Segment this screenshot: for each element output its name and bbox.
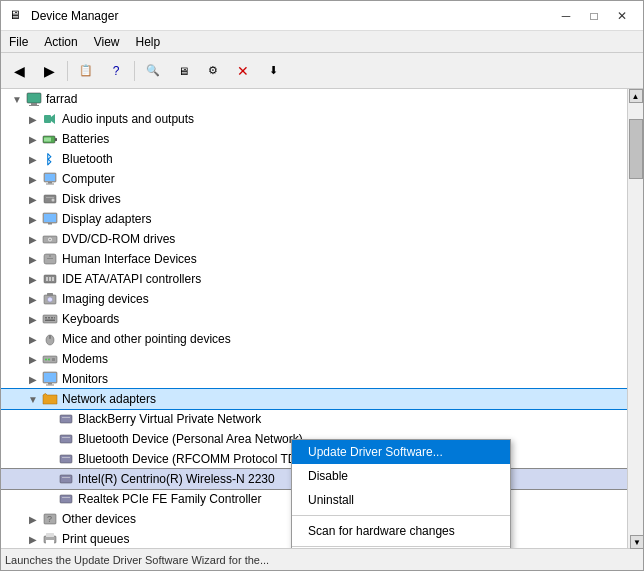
tree-item-network[interactable]: ▼ Network adapters xyxy=(1,389,627,409)
tree-item-imaging[interactable]: ▶ Imaging devices xyxy=(1,289,627,309)
tree-item-display[interactable]: ▶ Display adapters xyxy=(1,209,627,229)
network-label: Network adapters xyxy=(62,392,156,406)
imaging-icon xyxy=(41,290,59,308)
svg-rect-33 xyxy=(45,317,47,319)
tree-item-ide[interactable]: ▶ IDE ATA/ATAPI controllers xyxy=(1,269,627,289)
expand-icon-hid: ▶ xyxy=(25,254,41,265)
window-title: Device Manager xyxy=(31,9,118,23)
tree-item-hid[interactable]: ▶ Human Interface Devices xyxy=(1,249,627,269)
svg-rect-49 xyxy=(60,415,72,423)
hid-label: Human Interface Devices xyxy=(62,252,197,266)
svg-rect-6 xyxy=(55,138,57,141)
svg-rect-48 xyxy=(46,385,54,386)
svg-rect-32 xyxy=(43,315,57,323)
app-icon: 🖥 xyxy=(9,8,25,24)
svg-rect-58 xyxy=(62,497,70,498)
svg-rect-24 xyxy=(47,258,53,259)
tree-item-dvd[interactable]: ▶ DVD/CD-ROM drives xyxy=(1,229,627,249)
scroll-up-button[interactable]: ▲ xyxy=(629,89,643,103)
expand-icon-batteries: ▶ xyxy=(25,134,41,145)
svg-rect-28 xyxy=(52,277,54,281)
scrollbar[interactable]: ▲ ▼ xyxy=(627,89,643,548)
title-bar-left: 🖥 Device Manager xyxy=(9,8,118,24)
tree-item-monitors[interactable]: ▶ Monitors xyxy=(1,369,627,389)
btrfcomm-label: Bluetooth Device (RFCOMM Protocol TDI) xyxy=(78,452,304,466)
svg-rect-54 xyxy=(62,457,70,458)
ctx-disable[interactable]: Disable xyxy=(292,464,510,488)
svg-rect-2 xyxy=(29,105,39,106)
netcard-blackberry-icon xyxy=(57,410,75,428)
maximize-button[interactable]: □ xyxy=(581,6,607,26)
other-icon: ? xyxy=(41,510,59,528)
ctx-uninstall[interactable]: Uninstall xyxy=(292,488,510,512)
svg-rect-34 xyxy=(48,317,50,319)
device-tree[interactable]: ▼ farrad ▶ Audio inputs and outputs ▶ xyxy=(1,89,627,548)
svg-point-42 xyxy=(45,359,47,361)
tree-item-bluetooth[interactable]: ▶ ᛒ Bluetooth xyxy=(1,149,627,169)
svg-rect-27 xyxy=(49,277,51,281)
help-button[interactable]: ? xyxy=(102,57,130,85)
svg-point-23 xyxy=(49,255,51,257)
mouse-icon xyxy=(41,330,59,348)
tree-item-batteries[interactable]: ▶ Batteries xyxy=(1,129,627,149)
menu-file[interactable]: File xyxy=(1,31,36,52)
minimize-button[interactable]: ─ xyxy=(553,6,579,26)
scan-changes-button[interactable]: ⬇ xyxy=(259,57,287,85)
close-button[interactable]: ✕ xyxy=(609,6,635,26)
svg-rect-12 xyxy=(46,184,54,185)
expand-icon-display: ▶ xyxy=(25,214,41,225)
tree-item-computer[interactable]: ▶ Computer xyxy=(1,169,627,189)
menu-action[interactable]: Action xyxy=(36,31,85,52)
svg-rect-11 xyxy=(48,182,52,184)
forward-button[interactable]: ▶ xyxy=(35,57,63,85)
netcard-btrfcomm-icon xyxy=(57,450,75,468)
ctx-separator-2 xyxy=(292,546,510,547)
expand-icon-diskdrives: ▶ xyxy=(25,194,41,205)
tree-item-modems[interactable]: ▶ Modems xyxy=(1,349,627,369)
modems-label: Modems xyxy=(62,352,108,366)
context-menu: Update Driver Software... Disable Uninst… xyxy=(291,439,511,548)
tree-root[interactable]: ▼ farrad xyxy=(1,89,627,109)
content-area: ▼ farrad ▶ Audio inputs and outputs ▶ xyxy=(1,89,643,548)
network-folder-icon xyxy=(41,390,59,408)
svg-point-43 xyxy=(48,359,50,361)
netcard-btpan-icon xyxy=(57,430,75,448)
diskdrives-label: Disk drives xyxy=(62,192,121,206)
monitors-label: Monitors xyxy=(62,372,108,386)
disk-icon xyxy=(41,190,59,208)
tree-item-mice[interactable]: ▶ Mice and other pointing devices xyxy=(1,329,627,349)
back-button[interactable]: ◀ xyxy=(5,57,33,85)
scroll-down-button[interactable]: ▼ xyxy=(630,535,643,548)
svg-rect-62 xyxy=(46,533,54,537)
svg-rect-26 xyxy=(46,277,48,281)
svg-rect-0 xyxy=(27,93,41,103)
svg-point-31 xyxy=(48,297,53,302)
svg-rect-35 xyxy=(51,317,53,319)
tree-item-diskdrives[interactable]: ▶ Disk drives xyxy=(1,189,627,209)
keyboards-label: Keyboards xyxy=(62,312,119,326)
svg-rect-57 xyxy=(60,495,72,503)
svg-rect-50 xyxy=(62,417,70,418)
scan-button[interactable]: 🔍 xyxy=(139,57,167,85)
tree-item-keyboards[interactable]: ▶ Keyboards xyxy=(1,309,627,329)
scroll-thumb[interactable] xyxy=(629,119,643,179)
svg-rect-55 xyxy=(60,475,72,483)
ctx-separator xyxy=(292,515,510,516)
blackberry-label: BlackBerry Virtual Private Network xyxy=(78,412,261,426)
uninstall-button[interactable]: ✕ xyxy=(229,57,257,85)
menu-help[interactable]: Help xyxy=(128,31,169,52)
properties-button[interactable]: 📋 xyxy=(72,57,100,85)
ctx-scan[interactable]: Scan for hardware changes xyxy=(292,519,510,543)
menu-view[interactable]: View xyxy=(86,31,128,52)
modem-icon xyxy=(41,350,59,368)
intel-label: Intel(R) Centrino(R) Wireless-N 2230 xyxy=(78,472,275,486)
ctx-update-driver[interactable]: Update Driver Software... xyxy=(292,440,510,464)
expand-icon-computer: ▶ xyxy=(25,174,41,185)
tree-item-audio[interactable]: ▶ Audio inputs and outputs xyxy=(1,109,627,129)
title-bar: 🖥 Device Manager ─ □ ✕ xyxy=(1,1,643,31)
computer-device-icon xyxy=(41,170,59,188)
svg-rect-47 xyxy=(48,383,52,385)
display-button[interactable]: 🖥 xyxy=(169,57,197,85)
update-button[interactable]: ⚙ xyxy=(199,57,227,85)
tree-item-blackberry[interactable]: BlackBerry Virtual Private Network xyxy=(1,409,627,429)
